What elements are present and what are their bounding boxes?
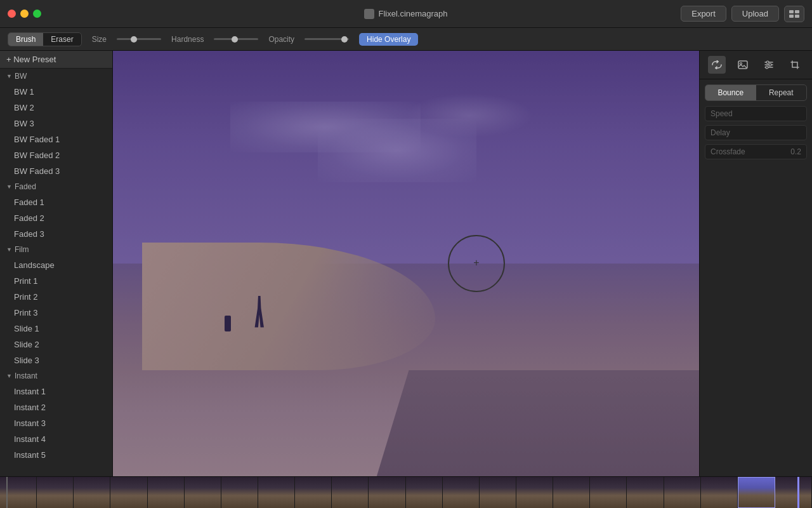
section-header-faded[interactable]: ▼ Faded [0, 179, 112, 194]
opacity-slider[interactable] [304, 38, 349, 40]
preset-item-slide1[interactable]: Slide 1 [0, 321, 112, 337]
frame-21[interactable] [738, 477, 775, 508]
window-title: Flixel.cinemagraph [364, 9, 447, 19]
frame-20[interactable] [701, 477, 738, 508]
new-preset-button[interactable]: + New Preset [0, 51, 112, 69]
frame-1[interactable] [0, 477, 37, 508]
section-header-instant[interactable]: ▼ Instant [0, 368, 112, 384]
frame-17[interactable] [590, 477, 627, 508]
layout-icon-button[interactable] [784, 6, 804, 22]
preset-item-print2[interactable]: Print 2 [0, 289, 112, 305]
preset-item-slide3[interactable]: Slide 3 [0, 352, 112, 368]
section-label-instant: Instant [15, 371, 37, 380]
close-button[interactable] [8, 10, 16, 18]
frame-8[interactable] [258, 477, 295, 508]
preset-item-bw-faded2[interactable]: BW Faded 2 [0, 147, 112, 163]
eraser-button[interactable]: Eraser [43, 33, 81, 46]
preset-item-instant3[interactable]: Instant 3 [0, 415, 112, 431]
frame-11[interactable] [369, 477, 405, 508]
preset-item-bw-faded3[interactable]: BW Faded 3 [0, 163, 112, 179]
crop-icon[interactable] [786, 56, 804, 74]
frame-13[interactable] [443, 477, 480, 508]
bounce-button[interactable]: Bounce [705, 85, 756, 100]
preset-item-print1[interactable]: Print 1 [0, 273, 112, 289]
loop-icon[interactable] [708, 56, 726, 74]
brush-button[interactable]: Brush [8, 33, 43, 46]
frame-19[interactable] [664, 477, 701, 508]
preset-item-faded2[interactable]: Faded 2 [0, 210, 112, 226]
preset-item-instant1[interactable]: Instant 1 [0, 384, 112, 399]
svg-point-11 [766, 66, 768, 69]
frame-5[interactable] [148, 477, 185, 508]
section-arrow-instant: ▼ [6, 373, 12, 379]
frame-10[interactable] [332, 477, 369, 508]
crossfade-label: Crossfade [710, 147, 745, 156]
preset-item-instant5[interactable]: Instant 5 [0, 447, 112, 463]
crossfade-field: Crossfade 0.2 [705, 144, 807, 159]
svg-rect-0 [789, 10, 794, 13]
upload-button[interactable]: Upload [731, 6, 779, 22]
size-label: Size [92, 35, 107, 44]
opacity-label: Opacity [268, 35, 294, 44]
opacity-slider-thumb[interactable] [341, 36, 348, 43]
title-text: Flixel.cinemagraph [378, 9, 447, 18]
right-controls: Export Upload [681, 6, 804, 22]
preset-item-bw2[interactable]: BW 2 [0, 100, 112, 116]
size-slider[interactable] [117, 38, 161, 40]
preset-item-faded3[interactable]: Faded 3 [0, 226, 112, 242]
section-header-film[interactable]: ▼ Film [0, 242, 112, 257]
minimize-button[interactable] [20, 10, 29, 18]
repeat-button[interactable]: Repeat [756, 85, 807, 100]
preset-item-faded1[interactable]: Faded 1 [0, 194, 112, 210]
frame-3[interactable] [74, 477, 110, 508]
preset-item-landscape[interactable]: Landscape [0, 257, 112, 273]
frame-9[interactable] [295, 477, 332, 508]
frame-7[interactable] [221, 477, 258, 508]
svg-point-5 [740, 63, 742, 65]
preset-item-bw1[interactable]: BW 1 [0, 84, 112, 100]
preset-item-slide2[interactable]: Slide 2 [0, 337, 112, 352]
preset-item-print3[interactable]: Print 3 [0, 305, 112, 321]
preset-item-bw3[interactable]: BW 3 [0, 116, 112, 131]
frame-12[interactable] [406, 477, 443, 508]
preset-item-instant2[interactable]: Instant 2 [0, 399, 112, 415]
timeline-start-marker [6, 477, 8, 508]
section-label-bw: BW [15, 72, 27, 81]
speed-row: Speed [705, 106, 807, 121]
water-layer [377, 370, 699, 477]
right-panel: Bounce Repeat Speed Delay Crossfade 0.2 [699, 51, 812, 476]
section-arrow-faded: ▼ [6, 184, 12, 190]
bounce-repeat-group: Bounce Repeat [705, 84, 807, 101]
main-canvas[interactable] [113, 51, 699, 476]
frame-6[interactable] [185, 477, 221, 508]
timeline-frames [0, 477, 812, 508]
size-slider-thumb[interactable] [131, 36, 137, 43]
svg-rect-3 [795, 15, 799, 18]
hardness-slider-thumb[interactable] [232, 36, 238, 43]
frame-14[interactable] [480, 477, 516, 508]
adjust-icon[interactable] [760, 56, 778, 74]
frame-2[interactable] [37, 477, 74, 508]
svg-rect-1 [795, 10, 799, 13]
section-header-bw[interactable]: ▼ BW [0, 69, 112, 84]
delay-field: Delay [705, 125, 807, 140]
preset-item-instant4[interactable]: Instant 4 [0, 431, 112, 447]
frame-15[interactable] [516, 477, 553, 508]
maximize-button[interactable] [33, 10, 41, 18]
timeline[interactable] [0, 476, 812, 508]
export-button[interactable]: Export [681, 6, 726, 22]
hide-overlay-button[interactable]: Hide Overlay [359, 33, 418, 46]
frame-4[interactable] [110, 477, 147, 508]
svg-rect-2 [789, 15, 794, 18]
brush-eraser-group: Brush Eraser [8, 32, 82, 46]
cloud-3 [406, 93, 533, 138]
image-icon[interactable] [734, 56, 752, 74]
app-icon [364, 9, 374, 19]
frame-18[interactable] [627, 477, 664, 508]
hardness-slider[interactable] [214, 38, 258, 40]
figure-small [225, 316, 231, 331]
timeline-playhead[interactable] [797, 477, 799, 508]
frame-16[interactable] [553, 477, 590, 508]
frame-22[interactable] [775, 477, 812, 508]
preset-item-bw-faded1[interactable]: BW Faded 1 [0, 131, 112, 147]
